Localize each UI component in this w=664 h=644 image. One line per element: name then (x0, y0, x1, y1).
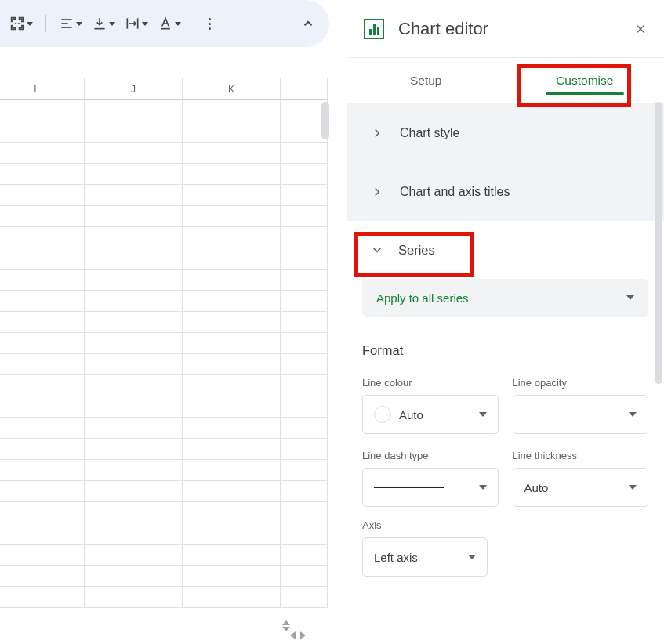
scroll-up-icon[interactable] (282, 620, 290, 625)
dropdown-caret-icon (479, 412, 487, 417)
solid-line-icon (374, 487, 444, 488)
axis-label: Axis (362, 519, 488, 531)
series-header[interactable]: Series (347, 221, 664, 279)
column-header[interactable] (281, 78, 328, 100)
line-colour-label: Line colour (362, 377, 499, 389)
tab-customise[interactable]: Customise (506, 58, 665, 103)
horizontal-scroll-arrows[interactable] (290, 631, 306, 639)
dropdown-caret-icon (629, 412, 637, 417)
column-headers: I J K (0, 78, 329, 100)
panel-tabs: Setup Customise (347, 58, 664, 103)
dropdown-caret-icon (479, 485, 487, 490)
chevron-down-icon (370, 243, 384, 257)
toolbar-separator (45, 15, 46, 32)
select-value: Auto (399, 408, 423, 421)
scroll-left-icon[interactable] (290, 631, 296, 639)
formatting-toolbar (0, 0, 329, 47)
axis-select[interactable]: Left axis (362, 537, 488, 577)
dropdown-caret-icon (109, 22, 115, 26)
section-chart-style[interactable]: Chart style (347, 103, 664, 162)
horizontal-align-button[interactable] (56, 9, 85, 38)
select-value: Auto (524, 481, 549, 494)
vertical-scrollbar[interactable] (321, 102, 329, 139)
text-wrap-button[interactable] (122, 9, 151, 38)
more-options-button[interactable] (204, 9, 216, 38)
chart-icon (364, 19, 384, 39)
panel-header: Chart editor (347, 0, 664, 58)
toolbar-separator (194, 15, 194, 32)
column-header[interactable]: J (85, 78, 183, 100)
line-dash-select[interactable] (362, 468, 499, 507)
collapsed-sections: Chart style Chart and axis titles (347, 103, 664, 221)
scroll-down-icon[interactable] (282, 627, 290, 631)
format-heading: Format (362, 343, 648, 358)
dropdown-caret-icon (468, 555, 476, 559)
section-series: Series Apply to all series Format Line c… (347, 221, 664, 600)
vertical-align-button[interactable] (89, 9, 118, 38)
line-thickness-label: Line thickness (513, 450, 649, 461)
sidebar-scrollbar[interactable] (655, 102, 662, 384)
select-value: Apply to all series (376, 291, 469, 305)
section-label: Series (398, 243, 435, 258)
grid-rows (0, 100, 329, 608)
line-dash-label: Line dash type (362, 450, 499, 461)
spreadsheet-grid[interactable]: I J K (0, 78, 329, 608)
collapse-toolbar-button[interactable] (301, 0, 315, 47)
line-colour-select[interactable]: Auto (362, 395, 499, 434)
column-header[interactable]: K (183, 78, 281, 100)
line-thickness-select[interactable]: Auto (513, 468, 649, 507)
sheet-nav-arrows[interactable] (280, 620, 292, 632)
line-opacity-select[interactable] (513, 395, 649, 434)
line-opacity-label: Line opacity (513, 377, 649, 389)
dropdown-caret-icon (142, 22, 148, 26)
dropdown-caret-icon (76, 22, 82, 26)
chart-editor-panel: Chart editor Setup Customise Chart style… (346, 0, 664, 644)
column-header[interactable]: I (0, 78, 85, 100)
section-label: Chart and axis titles (400, 185, 510, 199)
chevron-right-icon (370, 126, 384, 140)
dropdown-caret-icon (175, 22, 181, 26)
text-rotation-button[interactable] (154, 9, 184, 38)
chevron-right-icon (370, 185, 384, 199)
dropdown-caret-icon (629, 485, 637, 490)
section-chart-axis-titles[interactable]: Chart and axis titles (347, 162, 664, 221)
merge-cells-button[interactable] (6, 9, 36, 38)
panel-title: Chart editor (398, 19, 620, 39)
dropdown-caret-icon (27, 22, 33, 26)
close-button[interactable] (634, 23, 647, 35)
dropdown-caret-icon (626, 295, 634, 300)
colour-swatch-icon (374, 406, 391, 423)
select-value: Left axis (374, 551, 418, 564)
scroll-right-icon[interactable] (300, 631, 306, 639)
tab-setup[interactable]: Setup (347, 58, 506, 103)
section-label: Chart style (400, 126, 459, 140)
apply-to-series-select[interactable]: Apply to all series (362, 279, 648, 317)
